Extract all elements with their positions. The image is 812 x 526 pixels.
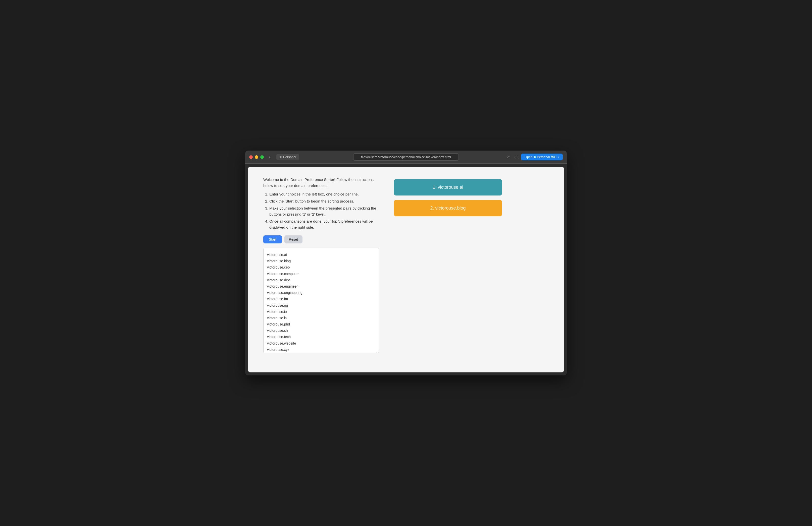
title-bar: ‹ ⊞ Personal file:///Users/victorouse/co… (245, 151, 567, 164)
button-row: Start Reset (263, 236, 379, 243)
step-1: Enter your choices in the left box, one … (269, 191, 379, 197)
left-panel: Welcome to the Domain Preference Sorter!… (263, 177, 379, 362)
choices-textarea[interactable]: victorouse.ai victorouse.blog victorouse… (263, 248, 379, 354)
start-button[interactable]: Start (263, 236, 282, 243)
browser-window: ‹ ⊞ Personal file:///Users/victorouse/co… (245, 151, 567, 375)
instructions-intro: Welcome to the Domain Preference Sorter!… (263, 177, 374, 188)
step-4: Once all comparisons are done, your top … (269, 218, 379, 230)
tab-label: Personal (283, 155, 296, 159)
tab-personal[interactable]: ⊞ Personal (276, 154, 299, 160)
share-icon-button[interactable]: ↗ (506, 154, 511, 160)
close-button[interactable] (249, 155, 253, 159)
url-bar-container: file:///Users/victorouse/code/personal/c… (353, 153, 459, 161)
back-button[interactable]: ‹ (267, 153, 272, 161)
traffic-lights (249, 155, 264, 159)
page-content: Welcome to the Domain Preference Sorter!… (248, 167, 564, 372)
right-panel: 1. victorouse.ai 2. victorouse.blog (394, 177, 549, 362)
steps-list: Enter your choices in the left box, one … (269, 191, 379, 230)
step-2: Click the 'Start' button to begin the so… (269, 198, 379, 204)
choice-1-button[interactable]: 1. victorouse.ai (394, 179, 502, 195)
minimize-button[interactable] (255, 155, 258, 159)
tab-icon: ⊞ (279, 155, 281, 159)
tab-area: ⊞ Personal (276, 154, 299, 160)
open-in-personal-button[interactable]: Open in Personal ⌘O ▾ (521, 154, 563, 160)
step-3: Make your selection between the presente… (269, 205, 379, 217)
reset-button[interactable]: Reset (285, 236, 303, 243)
dropdown-arrow-icon: ▾ (558, 155, 559, 159)
maximize-button[interactable] (260, 155, 264, 159)
link-icon-button[interactable]: ⊕ (513, 154, 519, 160)
toolbar-right: ↗ ⊕ Open in Personal ⌘O ▾ (506, 154, 563, 160)
url-bar[interactable]: file:///Users/victorouse/code/personal/c… (353, 153, 459, 161)
instructions: Welcome to the Domain Preference Sorter!… (263, 177, 379, 230)
open-in-label: Open in Personal ⌘O (525, 155, 556, 159)
choice-2-button[interactable]: 2. victorouse.blog (394, 200, 502, 216)
